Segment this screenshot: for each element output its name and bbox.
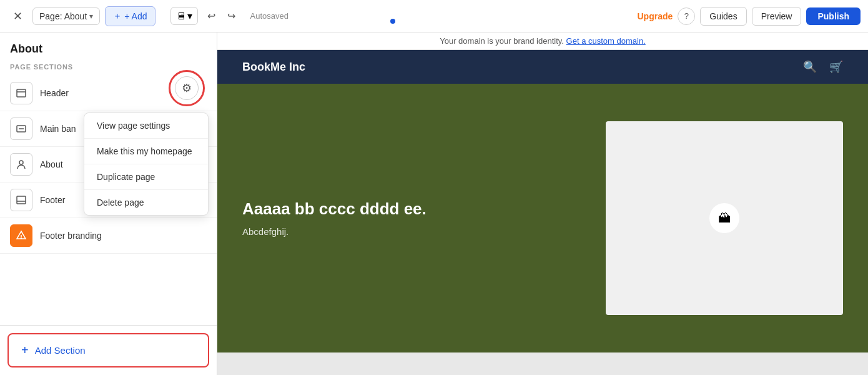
main-banner-label: Main ban [40,124,76,134]
svg-rect-0 [17,89,26,97]
canvas-area: Your domain is your brand identity. Get … [217,32,868,375]
upgrade-button[interactable]: Upgrade [637,11,673,21]
site-text-block: Aaaaa bb cccc dddd ee. Abcdefghij. [242,199,581,237]
add-section-plus-icon: + [21,343,29,358]
dropdown-item-delete[interactable]: Delete page [84,190,208,215]
add-section-button[interactable]: + Add Section [7,333,209,368]
footer-branding-label: Footer branding [40,231,102,241]
site-body: Aaaaa bb cccc dddd ee. Abcdefghij. 🏔 [217,84,868,352]
footer-icon [10,189,32,211]
site-subtext: Abcdefghij. [242,226,581,237]
header-icon [10,82,32,104]
add-button[interactable]: ＋ + Add [105,6,155,26]
view-chevron-icon: ▾ [187,10,192,22]
undo-redo-group: ↩ ↪ [203,8,240,25]
about-icon [10,153,32,176]
gear-button[interactable]: ⚙ [175,76,199,100]
domain-text: Your domain is your brand identity. [440,36,564,46]
guides-button[interactable]: Guides [700,7,746,26]
gear-highlight-circle: ⚙ [169,70,205,106]
toolbar-right: Upgrade ? Guides Preview Publish [637,7,861,26]
redo-button[interactable]: ↪ [223,8,240,25]
page-selector[interactable]: Page: About ▾ [32,8,100,25]
blue-dot-indicator [390,19,395,24]
sidebar-title: About [0,32,217,61]
dropdown-menu: View page settings Make this my homepage… [84,112,209,216]
site-header: BookMe Inc 🔍 🛒 [217,50,868,84]
toolbar: ✕ Page: About ▾ ＋ + Add 🖥 ▾ ↩ ↪ Autosave… [0,0,868,32]
banner-icon [10,118,32,140]
site-nav-icons: 🔍 🛒 [803,60,843,74]
main-layout: About ⚙ View page settings Make this my … [0,32,868,375]
site-heading: Aaaaa bb cccc dddd ee. [242,199,581,219]
preview-button[interactable]: Preview [752,7,802,26]
site-brand: BookMe Inc [242,61,305,74]
autosaved-label: Autosaved [245,11,293,21]
chevron-down-icon: ▾ [89,12,93,21]
add-icon: ＋ [113,11,122,22]
header-label: Header [40,88,69,98]
cart-icon[interactable]: 🛒 [829,60,843,74]
site-preview: BookMe Inc 🔍 🛒 Aaaaa bb cccc dddd ee. Ab… [217,50,868,352]
search-icon[interactable]: 🔍 [803,60,817,74]
image-placeholder-icon: 🏔 [709,203,739,233]
undo-button[interactable]: ↩ [203,8,220,25]
about-label: About [40,159,63,169]
svg-point-4 [19,161,23,164]
page-canvas: BookMe Inc 🔍 🛒 Aaaaa bb cccc dddd ee. Ab… [217,50,868,370]
branding-icon [10,224,32,247]
add-section-label: Add Section [35,345,86,356]
publish-button[interactable]: Publish [806,8,861,25]
sidebar-item-footer-branding[interactable]: Footer branding [0,218,217,254]
gear-area: ⚙ [169,70,205,106]
dropdown-item-view-settings[interactable]: View page settings [84,113,208,139]
dropdown-item-homepage[interactable]: Make this my homepage [84,139,208,164]
svg-rect-5 [17,196,26,204]
help-button[interactable]: ? [678,8,695,25]
svg-point-9 [21,238,22,239]
toolbar-left: ✕ Page: About ▾ ＋ + Add 🖥 ▾ ↩ ↪ Autosave… [7,6,632,26]
view-toggle[interactable]: 🖥 ▾ [170,7,198,25]
sidebar: About ⚙ View page settings Make this my … [0,32,217,375]
site-image-placeholder: 🏔 [606,121,843,315]
custom-domain-link[interactable]: Get a custom domain. [566,36,646,46]
dot-indicator-area [160,14,165,19]
footer-label: Footer [40,195,65,205]
page-label: Page: About [39,11,87,21]
desktop-view-icon: 🖥 [176,11,186,22]
dropdown-item-duplicate[interactable]: Duplicate page [84,164,208,190]
domain-bar: Your domain is your brand identity. Get … [217,32,868,50]
sidebar-bottom: + Add Section [0,325,217,375]
close-button[interactable]: ✕ [7,6,27,26]
add-label: + Add [124,11,147,21]
